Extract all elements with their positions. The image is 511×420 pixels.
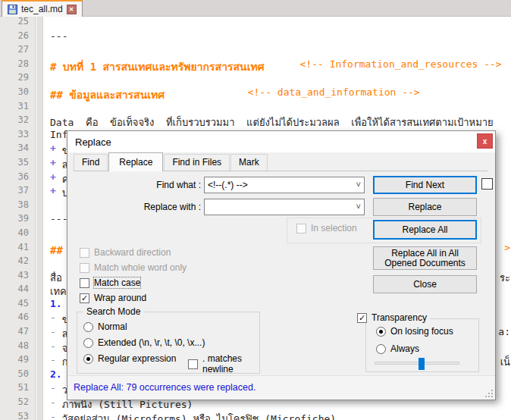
line-content[interactable]: 2. [36,368,62,383]
line-number: 32 [0,114,36,129]
editor-line[interactable]: 29 [0,72,511,86]
editor-line[interactable]: 32Data คือ ข้อเท็จจริง ที่เก็บรวบรวมมา แ… [0,114,511,129]
line-right-fragment: ระ [500,270,511,284]
line-content[interactable]: - วัสดุย่อส่วน (Microforms) หรือ ไมโครฟิ… [36,411,336,420]
line-number: 45 [0,298,36,312]
transparency-checkbox-box[interactable]: ✓ [357,313,367,323]
line-number: 30 [0,86,36,101]
transparency-slider[interactable] [375,362,459,365]
line-content[interactable] [36,255,50,270]
dot-matches-newline-checkbox[interactable]: . matches newline [188,353,259,375]
line-content[interactable]: --- [36,30,67,45]
line-number: 41 [0,242,36,256]
unlabeled-checkbox[interactable] [481,178,493,190]
editor-line[interactable]: 26--- [0,30,511,45]
line-content[interactable] [36,101,50,115]
unlabeled-checkbox-box[interactable] [481,178,493,190]
line-number: 50 [0,368,36,383]
close-button[interactable]: Close [373,275,477,293]
line-content[interactable]: - ข [36,312,69,326]
chevron-down-icon[interactable]: ˅ [356,180,361,189]
tab-find[interactable]: Find [74,154,108,171]
replace-dialog: Replace x Find Replace Find in Files Mar… [67,130,496,400]
editor-line[interactable]: 31 [0,101,511,115]
radio-icon[interactable] [376,344,386,354]
tab-replace[interactable]: Replace [108,152,163,171]
line-content[interactable]: + ส [36,157,68,171]
line-content[interactable]: - ว [36,382,67,396]
line-content[interactable] [36,44,50,58]
line-number: 36 [0,171,36,186]
replace-with-input[interactable] [205,199,364,215]
dialog-titlebar[interactable]: Replace x [67,131,495,152]
line-content[interactable]: Inf [36,129,67,143]
line-content[interactable]: - ส [36,326,68,340]
line-content[interactable]: 1. [36,298,62,312]
editor-line[interactable]: 25 [0,16,511,30]
find-next-button[interactable]: Find Next [373,176,477,194]
tab-mark[interactable]: Mark [230,154,268,171]
line-content[interactable]: + ข [36,143,69,157]
line-number: 52 [0,396,36,411]
radio-icon[interactable] [83,322,93,332]
line-content[interactable]: - ก [36,354,68,368]
replace-button[interactable]: Replace [373,198,477,216]
transparency-slider-thumb[interactable] [419,358,425,370]
line-content[interactable]: ## ข้อมูลและสารสนเทศ <!-- data_and_infor… [36,86,420,101]
radio-icon[interactable] [83,338,93,348]
line-content[interactable]: # บทที่ 1 สารสนเทศและทรัพยากรสารสนเทศ <!… [36,58,502,73]
wrap-around-checkbox[interactable]: ✓ Wrap around [80,293,146,303]
tab-close-icon[interactable]: ✕ [67,5,77,14]
line-content[interactable]: + ค [36,171,68,186]
dialog-status-text: Replace All: 79 occurrences were replace… [74,382,256,393]
line-number: 26 [0,30,36,45]
line-content[interactable]: + ป [36,185,68,199]
search-mode-normal-radio[interactable]: Normal [83,321,127,332]
tab-bar: tec_all.md ✕ [0,0,511,17]
match-case-checkbox-box[interactable] [80,278,89,288]
find-what-label: Find what : [113,180,201,190]
line-content[interactable]: --- [36,213,67,227]
line-content[interactable] [36,199,50,214]
line-content[interactable]: - จ [36,340,67,355]
replace-with-combobox[interactable]: ˅ [204,199,365,215]
match-case-checkbox[interactable]: Match case [80,277,140,288]
wrap-around-checkbox-box[interactable]: ✓ [80,293,89,303]
search-mode-extended-label: Extended (\n, \r, \t, \0, \x...) [98,337,205,348]
dot-matches-newline-checkbox-box[interactable] [188,359,198,369]
line-content[interactable] [36,72,50,86]
line-content[interactable]: สื่อ [36,270,62,284]
line-content[interactable] [36,227,50,242]
line-number: 38 [0,199,36,214]
search-mode-extended-radio[interactable]: Extended (\n, \r, \t, \0, \x...) [83,337,205,348]
search-mode-regex-radio[interactable]: Regular expression [83,353,176,364]
tab-tec-all-md[interactable]: tec_all.md ✕ [2,0,83,17]
dialog-status-bar: Replace All: 79 occurrences were replace… [67,375,495,400]
transparency-always-radio[interactable]: Always [376,343,419,354]
line-right-fragment: a: [498,326,511,340]
replace-all-button[interactable]: Replace All [373,220,477,240]
line-number: 42 [0,255,36,270]
radio-icon[interactable] [376,327,386,337]
line-content[interactable] [36,16,50,30]
search-mode-group: Search Mode Normal Extended (\n, \r, \t,… [77,312,260,374]
find-what-input[interactable] [205,177,364,193]
editor-line[interactable]: 27 [0,44,511,58]
radio-icon[interactable] [83,354,93,364]
line-number: 46 [0,312,36,326]
match-whole-word-checkbox-box [80,263,89,273]
tab-find-in-files[interactable]: Find in Files [164,154,230,171]
editor-line[interactable]: 28# บทที่ 1 สารสนเทศและทรัพยากรสารสนเทศ … [0,58,511,73]
editor-line[interactable]: 30## ข้อมูลและสารสนเทศ <!-- data_and_inf… [0,86,511,101]
resize-grip-icon[interactable] [484,389,494,398]
line-number: 40 [0,227,36,242]
transparency-label: Transparency [371,312,427,323]
editor-line[interactable]: 53- วัสดุย่อส่วน (Microforms) หรือ ไมโคร… [0,411,511,420]
replace-all-open-docs-button[interactable]: Replace All in All Opened Documents [373,246,477,270]
line-content[interactable]: Data คือ ข้อเท็จจริง ที่เก็บรวบรวมมา แต่… [36,114,494,129]
dialog-close-icon[interactable]: x [477,133,493,149]
transparency-checkbox[interactable]: ✓ Transparency [357,312,430,323]
transparency-on-losing-focus-radio[interactable]: On losing focus [376,326,453,337]
chevron-down-icon[interactable]: ˅ [356,202,361,211]
find-what-combobox[interactable]: ˅ [204,177,365,193]
